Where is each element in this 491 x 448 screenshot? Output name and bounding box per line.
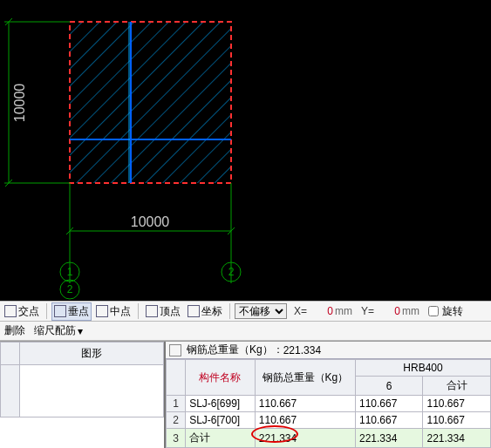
col-total[interactable]: 钢筋总重量（Kg） (255, 360, 355, 396)
cell-total: 110.667 (255, 412, 355, 429)
rotate-label: 旋转 (442, 304, 463, 319)
intersection-icon (4, 305, 17, 317)
x-unit: mm (335, 305, 352, 317)
delete-button[interactable]: 删除 (2, 322, 28, 340)
snap-label: 交点 (18, 304, 39, 319)
snap-label: 坐标 (201, 304, 222, 319)
total-weight-label: 钢筋总重量（Kg）： (187, 343, 283, 357)
shape-row[interactable] (1, 365, 164, 417)
snap-label: 顶点 (160, 304, 181, 319)
snap-label: 垂点 (68, 304, 89, 319)
expand-icon[interactable] (169, 344, 181, 356)
cad-drawing-canvas[interactable]: 10000 10000 1 2 2 (0, 0, 491, 301)
cell-name: SLJ-6[699] (186, 396, 256, 412)
y-unit: mm (402, 305, 419, 317)
scale-rebar-button[interactable]: 缩尺配筋 ▾ (31, 322, 85, 340)
dim-h-text: 10000 (131, 214, 170, 229)
snap-perpendicular-button[interactable]: 垂点 (51, 302, 92, 321)
dim-v-text: 10000 (12, 84, 27, 123)
scale-label: 缩尺配筋 (34, 323, 76, 338)
rownum: 2 (167, 412, 186, 429)
rebar-table: 构件名称 钢筋总重量（Kg） HRB400 6 合计 1 SLJ-6[699] … (166, 359, 491, 448)
snap-coordinate-button[interactable]: 坐标 (185, 302, 225, 321)
y-value[interactable]: 0 (376, 305, 400, 317)
total-weight-row: 钢筋总重量（Kg）： 221.334 (166, 342, 491, 359)
cell-total: 110.667 (255, 396, 355, 412)
cell-name: 合计 (186, 429, 256, 448)
snap-label: 中点 (110, 304, 131, 319)
cell-name: SLJ-6[700] (186, 412, 256, 429)
x-label: X= (294, 305, 307, 317)
secondary-toolbar: 删除 缩尺配筋 ▾ (0, 322, 491, 341)
grid-bubble-1: 1 (67, 266, 73, 278)
separator (138, 303, 139, 319)
col-subtotal[interactable]: 合计 (423, 377, 491, 396)
snap-vertex-button[interactable]: 顶点 (143, 302, 183, 321)
shape-col-header: 图形 (20, 343, 164, 365)
col-diam-6[interactable]: 6 (355, 377, 422, 396)
rotate-checkbox[interactable] (428, 306, 439, 316)
shape-panel: 图形 (0, 342, 166, 448)
table-sum-row[interactable]: 3 合计 221.334 221.334 221.334 (167, 429, 491, 448)
svg-rect-1 (70, 22, 231, 183)
vertex-icon (146, 305, 158, 317)
grid-bubble-1b: 2 (67, 283, 73, 295)
osnap-toolbar: 交点 垂点 中点 顶点 坐标 不偏移 X= 0 mm Y= 0 mm 旋转 (0, 301, 491, 322)
chevron-down-icon: ▾ (78, 325, 83, 337)
cell-sum: 110.667 (423, 412, 491, 429)
col-name[interactable]: 构件名称 (186, 360, 256, 396)
cell-sum: 221.334 (423, 429, 491, 448)
cell-d6: 110.667 (355, 396, 422, 412)
cell-sum: 110.667 (423, 396, 491, 412)
cell-d6: 221.334 (355, 429, 422, 448)
separator (229, 303, 230, 319)
rownum: 3 (167, 429, 186, 448)
cell-d6: 110.667 (355, 412, 422, 429)
grid-bubble-2: 2 (228, 266, 235, 278)
col-group-hrb400[interactable]: HRB400 (355, 360, 490, 377)
quantity-panel: 钢筋总重量（Kg）： 221.334 构件名称 钢筋总重量（Kg） HRB400… (166, 342, 491, 448)
cell-total: 221.334 (255, 429, 355, 448)
shape-table: 图形 (0, 342, 164, 417)
total-weight-value: 221.334 (283, 344, 321, 356)
separator (46, 303, 47, 319)
perpendicular-icon (54, 305, 66, 317)
rownum: 1 (167, 396, 186, 412)
rownum-header (167, 360, 186, 396)
snap-midpoint-button[interactable]: 中点 (93, 302, 133, 321)
snap-intersection-button[interactable]: 交点 (2, 302, 42, 321)
table-row[interactable]: 2 SLJ-6[700] 110.667 110.667 110.667 (167, 412, 491, 429)
y-label: Y= (361, 305, 374, 317)
x-value[interactable]: 0 (309, 305, 333, 317)
table-row[interactable]: 1 SLJ-6[699] 110.667 110.667 110.667 (167, 396, 491, 412)
coordinate-icon (188, 305, 200, 317)
offset-combo[interactable]: 不偏移 (235, 303, 287, 319)
lower-panels: 图形 钢筋总重量（Kg）： 221.334 构件名称 钢筋总重量（Kg） HRB… (0, 341, 491, 448)
midpoint-icon (96, 305, 108, 317)
